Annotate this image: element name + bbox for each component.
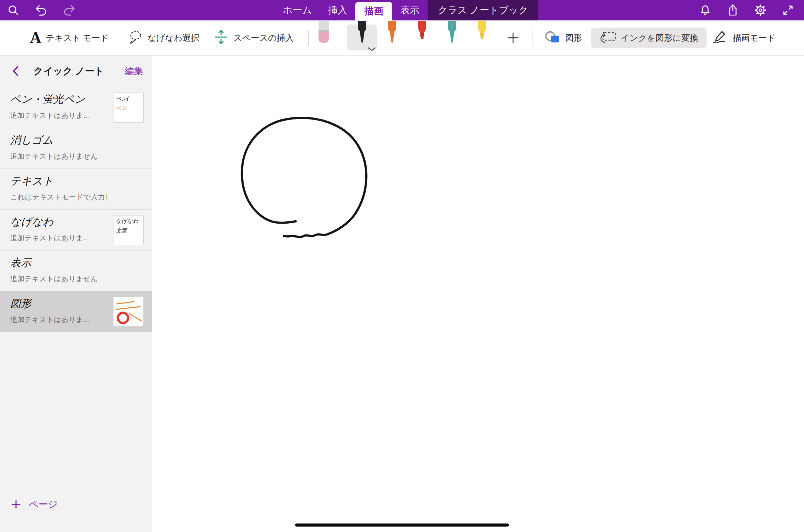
page-list-sidebar: クイック ノート 編集 ペン・蛍光ペン 追加テキストはありま… ペン( ペン 消… bbox=[0, 55, 152, 532]
galaxy-pen-button[interactable] bbox=[444, 21, 460, 48]
notebook-section-title: クイック ノート bbox=[33, 65, 104, 78]
search-icon[interactable] bbox=[7, 4, 20, 17]
orange-pen-button[interactable] bbox=[384, 21, 400, 48]
ribbon-tabs: ホーム 挿入 描画 表示 クラス ノートブック bbox=[275, 0, 538, 20]
red-marker-button[interactable] bbox=[414, 21, 430, 48]
pen-options-chevron-down-icon[interactable] bbox=[367, 47, 376, 53]
text-mode-icon: A bbox=[30, 30, 41, 46]
tab-class-notebook[interactable]: クラス ノートブック bbox=[428, 0, 538, 20]
shapes-icon bbox=[544, 30, 561, 46]
page-list-item[interactable]: なげなわ 追加テキストはありま… なげなわ 文章 bbox=[0, 210, 152, 251]
yellow-highlighter-button[interactable] bbox=[474, 21, 490, 48]
onenote-app: ホーム 挿入 描画 表示 クラス ノートブック bbox=[0, 0, 804, 532]
top-app-bar: ホーム 挿入 描画 表示 クラス ノートブック bbox=[0, 0, 804, 20]
page-thumbnail: ペン( ペン bbox=[113, 93, 144, 123]
lasso-select-button[interactable]: なげなわ選択 bbox=[128, 20, 199, 55]
draw-mode-pen-icon bbox=[711, 30, 728, 45]
thumbnail-text: 文章 bbox=[116, 227, 141, 235]
add-page-label: ページ bbox=[29, 498, 58, 511]
fullscreen-icon[interactable] bbox=[782, 4, 794, 17]
undo-icon[interactable] bbox=[35, 4, 48, 17]
plus-icon bbox=[506, 31, 520, 45]
insert-space-label: スペースの挿入 bbox=[233, 32, 294, 44]
divider bbox=[532, 30, 532, 46]
page-title: 図形 bbox=[10, 296, 108, 311]
convert-ink-icon bbox=[599, 30, 617, 45]
thumbnail-text: ペン( bbox=[116, 95, 141, 102]
bell-icon[interactable] bbox=[699, 4, 712, 17]
redo-icon[interactable] bbox=[63, 4, 76, 17]
text-mode-label: テキスト モード bbox=[46, 32, 109, 44]
sidebar-header: クイック ノート 編集 bbox=[0, 55, 152, 87]
draw-mode-label: 描画モード bbox=[733, 32, 776, 44]
page-list-item[interactable]: テキスト これはテキストモードで入力し… bbox=[0, 169, 152, 210]
page-canvas[interactable] bbox=[153, 55, 804, 532]
page-subtitle: これはテキストモードで入力し… bbox=[10, 192, 108, 202]
page-list-item[interactable]: ペン・蛍光ペン 追加テキストはありま… ペン( ペン bbox=[0, 87, 152, 128]
ink-stroke-circle bbox=[153, 55, 804, 532]
insert-space-icon bbox=[213, 29, 229, 46]
page-title: 消しゴム bbox=[10, 133, 108, 147]
page-title: 表示 bbox=[10, 256, 108, 270]
page-list-item[interactable]: 表示 追加テキストはありません bbox=[0, 251, 152, 291]
convert-ink-to-shape-button[interactable]: インクを図形に変換 bbox=[591, 28, 707, 48]
black-pen-button[interactable] bbox=[354, 21, 370, 48]
page-subtitle: 追加テキストはありま… bbox=[10, 111, 108, 120]
eraser-tool-button[interactable] bbox=[316, 21, 331, 46]
plus-icon bbox=[11, 499, 21, 510]
draw-ribbon: A テキスト モード なげなわ選択 スペースの挿入 bbox=[0, 20, 804, 55]
page-subtitle: 追加テキストはありま… bbox=[10, 233, 108, 243]
add-page-button[interactable]: ページ bbox=[11, 498, 58, 511]
convert-ink-label: インクを図形に変換 bbox=[621, 32, 698, 44]
text-mode-button[interactable]: A テキスト モード bbox=[30, 20, 109, 55]
lasso-select-label: なげなわ選択 bbox=[148, 32, 199, 44]
topbar-left-icons bbox=[7, 0, 76, 20]
draw-mode-button[interactable]: 描画モード bbox=[711, 20, 776, 55]
share-icon[interactable] bbox=[726, 4, 739, 17]
tab-draw[interactable]: 描画 bbox=[355, 2, 392, 20]
settings-gear-icon[interactable] bbox=[754, 4, 767, 17]
page-thumbnail bbox=[113, 297, 144, 327]
thumbnail-text: ペン bbox=[116, 105, 141, 112]
tab-home[interactable]: ホーム bbox=[275, 0, 320, 20]
topbar-right-icons bbox=[699, 0, 794, 20]
tab-insert[interactable]: 挿入 bbox=[320, 0, 355, 20]
shapes-label: 図形 bbox=[565, 32, 582, 44]
divider bbox=[308, 30, 309, 46]
page-list-item[interactable]: 消しゴム 追加テキストはありません bbox=[0, 128, 152, 169]
shapes-button[interactable]: 図形 bbox=[544, 20, 582, 55]
add-pen-button[interactable] bbox=[506, 31, 520, 45]
page-title: なげなわ bbox=[10, 215, 108, 229]
page-title: テキスト bbox=[10, 174, 108, 188]
page-list-item-selected[interactable]: 図形 追加テキストはありま… bbox=[0, 291, 152, 332]
page-subtitle: 追加テキストはありません bbox=[10, 151, 108, 161]
page-thumbnail: なげなわ 文章 bbox=[113, 215, 144, 245]
lasso-icon bbox=[128, 30, 143, 46]
page-subtitle: 追加テキストはありま… bbox=[10, 315, 108, 324]
edit-button[interactable]: 編集 bbox=[125, 65, 143, 77]
thumbnail-text: なげなわ bbox=[116, 218, 141, 225]
back-chevron-icon[interactable] bbox=[12, 66, 20, 77]
tab-view[interactable]: 表示 bbox=[392, 0, 428, 20]
insert-space-button[interactable]: スペースの挿入 bbox=[213, 20, 294, 55]
page-title: ペン・蛍光ペン bbox=[10, 92, 108, 107]
home-indicator[interactable] bbox=[295, 523, 509, 527]
page-subtitle: 追加テキストはありません bbox=[10, 274, 108, 284]
